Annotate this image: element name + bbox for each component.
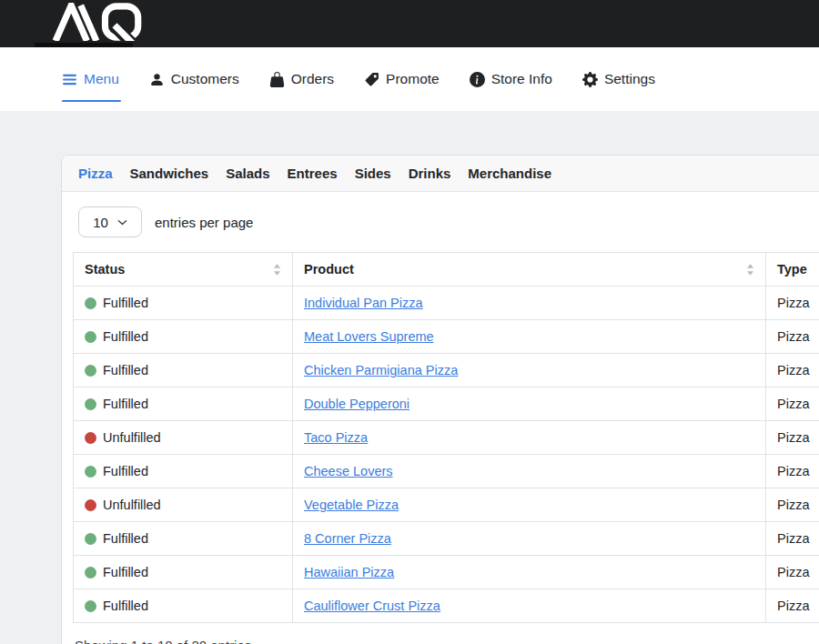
nav-item-orders[interactable]: Orders <box>269 71 334 87</box>
products-table: Status Product Type <box>73 252 819 623</box>
column-label: Product <box>304 262 354 277</box>
status-label: Fulfilled <box>103 531 148 546</box>
nav-item-promote[interactable]: Promote <box>364 71 440 87</box>
product-link[interactable]: Meat Lovers Supreme <box>304 329 434 344</box>
card-body: 10 entries per page Status <box>62 192 819 644</box>
logo-underline <box>35 43 133 47</box>
person-icon <box>149 72 165 87</box>
status-dot <box>85 297 96 309</box>
product-cell: Double Pepperoni <box>293 387 766 421</box>
product-cell: 8 Corner Pizza <box>293 522 766 556</box>
column-header-status[interactable]: Status <box>74 253 293 287</box>
page-size-row: 10 entries per page <box>78 206 819 237</box>
type-cell: Pizza <box>766 522 819 556</box>
status-label: Unfulfilled <box>103 430 161 445</box>
status-label: Fulfilled <box>103 565 148 579</box>
product-link[interactable]: Double Pepperoni <box>304 397 410 411</box>
table-row: Fulfilled Meat Lovers Supreme Pizza <box>74 320 819 354</box>
product-cell: Chicken Parmigiana Pizza <box>293 354 766 387</box>
status-cell: Fulfilled <box>74 589 293 623</box>
sort-icon <box>273 264 281 276</box>
type-cell: Pizza <box>766 287 819 320</box>
column-header-product[interactable]: Product <box>293 253 766 287</box>
nav-item-label: Menu <box>84 71 119 87</box>
status-dot <box>85 331 96 343</box>
tab-drinks[interactable]: Drinks <box>409 166 451 181</box>
product-cell: Cauliflower Crust Pizza <box>293 589 766 623</box>
sort-icon <box>746 264 754 276</box>
product-link[interactable]: Taco Pizza <box>304 430 368 445</box>
entries-per-page-value: 10 <box>93 215 108 230</box>
type-cell: Pizza <box>766 387 819 421</box>
info-circle-icon <box>470 72 485 87</box>
hamburger-icon <box>62 72 77 87</box>
tab-merchandise[interactable]: Merchandise <box>468 166 551 181</box>
entries-per-page-label: entries per page <box>155 215 253 230</box>
product-link[interactable]: Hawaiian Pizza <box>304 565 394 579</box>
nav-item-menu[interactable]: Menu <box>62 71 119 87</box>
type-cell: Pizza <box>766 421 819 455</box>
table-row: Fulfilled Double Pepperoni Pizza <box>74 387 819 421</box>
chevron-down-icon <box>117 217 127 227</box>
table-header-row: Status Product Type <box>74 253 819 287</box>
status-label: Unfulfilled <box>103 498 161 512</box>
status-label: Fulfilled <box>103 397 148 411</box>
status-dot <box>85 600 96 612</box>
top-app-bar <box>0 0 819 47</box>
table-row: Fulfilled Individual Pan Pizza Pizza <box>74 287 819 320</box>
entries-per-page-select[interactable]: 10 <box>78 206 142 237</box>
status-cell: Fulfilled <box>74 556 293 589</box>
bag-icon <box>269 72 285 87</box>
status-dot <box>85 567 96 579</box>
type-cell: Pizza <box>766 320 819 354</box>
product-cell: Hawaiian Pizza <box>293 556 766 589</box>
nav-item-label: Orders <box>291 71 334 87</box>
gear-icon <box>582 72 598 87</box>
product-link[interactable]: Individual Pan Pizza <box>304 296 423 310</box>
status-dot <box>85 466 96 478</box>
product-link[interactable]: Chicken Parmigiana Pizza <box>304 363 458 377</box>
tab-sandwiches[interactable]: Sandwiches <box>130 166 209 181</box>
product-link[interactable]: Vegetable Pizza <box>304 498 399 512</box>
tab-sides[interactable]: Sides <box>355 166 391 181</box>
main-nav: Menu Customers Orders Promote Store Info… <box>0 47 819 111</box>
product-link[interactable]: 8 Corner Pizza <box>304 531 391 546</box>
tab-entrees[interactable]: Entrees <box>288 166 338 181</box>
page-content: Pizza Sandwiches Salads Entrees Sides Dr… <box>0 111 819 644</box>
status-cell: Fulfilled <box>74 522 293 556</box>
type-cell: Pizza <box>766 589 819 623</box>
nav-item-customers[interactable]: Customers <box>149 71 239 87</box>
column-label: Status <box>85 262 125 277</box>
tab-pizza[interactable]: Pizza <box>78 166 113 181</box>
column-header-type[interactable]: Type <box>766 253 819 287</box>
table-row: Fulfilled Hawaiian Pizza Pizza <box>74 556 819 589</box>
nav-item-label: Customers <box>171 71 239 87</box>
table-row: Unfulfilled Taco Pizza Pizza <box>74 421 819 455</box>
nav-item-settings[interactable]: Settings <box>582 71 655 87</box>
status-cell: Fulfilled <box>74 354 293 387</box>
column-label: Type <box>777 262 807 277</box>
status-cell: Fulfilled <box>74 387 293 421</box>
status-dot <box>85 365 96 377</box>
entries-summary: Showing 1 to 10 of 20 entries <box>75 638 819 644</box>
product-cell: Taco Pizza <box>293 421 766 455</box>
nav-item-store-info[interactable]: Store Info <box>470 71 552 87</box>
product-link[interactable]: Cheese Lovers <box>304 464 393 478</box>
status-dot <box>85 398 96 410</box>
product-link[interactable]: Cauliflower Crust Pizza <box>304 599 440 613</box>
status-cell: Fulfilled <box>74 287 293 320</box>
product-cell: Individual Pan Pizza <box>293 287 766 320</box>
status-label: Fulfilled <box>103 296 148 310</box>
status-label: Fulfilled <box>103 464 148 478</box>
tab-salads[interactable]: Salads <box>226 166 269 181</box>
table-row: Unfulfilled Vegetable Pizza Pizza <box>74 488 819 522</box>
tag-icon <box>364 72 379 87</box>
aiq-logo-icon <box>52 3 157 45</box>
status-label: Fulfilled <box>103 599 148 613</box>
type-cell: Pizza <box>766 354 819 387</box>
status-cell: Fulfilled <box>74 455 293 488</box>
category-tabs: Pizza Sandwiches Salads Entrees Sides Dr… <box>62 156 819 192</box>
status-dot <box>85 432 96 444</box>
table-row: Fulfilled Cheese Lovers Pizza <box>74 455 819 488</box>
nav-item-label: Promote <box>386 71 440 87</box>
